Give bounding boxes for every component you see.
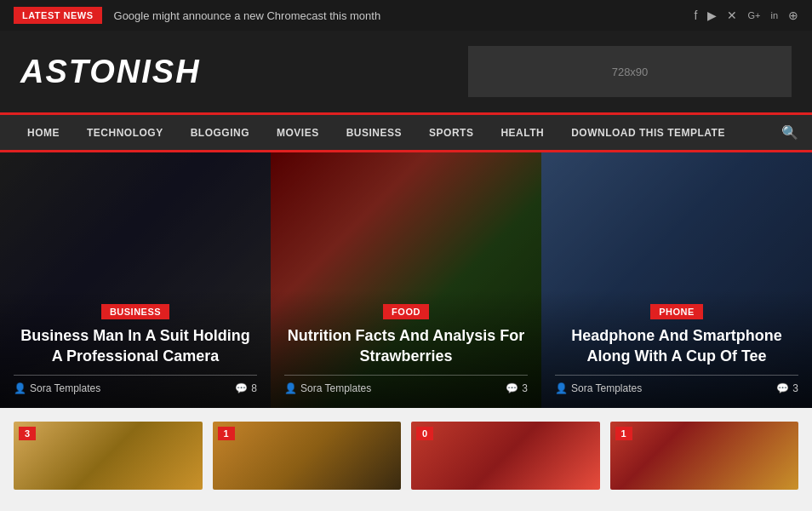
- user-icon-1: 👤: [14, 382, 26, 394]
- header-ad-banner: 728x90: [468, 46, 792, 97]
- hero-card-2-overlay: FOOD Nutrition Facts And Analysis For St…: [271, 290, 541, 408]
- hero-card-2-meta: 👤 Sora Templates 💬 3: [284, 382, 528, 394]
- nav-blogging[interactable]: BLOGGING: [177, 114, 263, 152]
- nav-health[interactable]: HEALTH: [487, 114, 558, 152]
- hero-card-3-comments: 💬 3: [776, 382, 798, 394]
- nav-movies[interactable]: MOVIES: [263, 114, 333, 152]
- hero-card-3-meta: 👤 Sora Templates 💬 3: [555, 382, 798, 394]
- comment-icon-3: 💬: [776, 382, 789, 394]
- hero-card-3[interactable]: PHONE Headphone And Smartphone Along Wit…: [541, 152, 812, 408]
- news-bar: LATEST NEWS Google might announce a new …: [0, 0, 812, 31]
- hero-section: BUSINESS Business Man In A Suit Holding …: [0, 152, 812, 408]
- thumb-card-3-badge: 0: [416, 427, 433, 440]
- hero-card-1-meta: 👤 Sora Templates 💬 8: [14, 382, 257, 394]
- site-logo: ASTONISH: [20, 54, 468, 90]
- thumb-section: 3 1 0 1: [0, 408, 812, 503]
- thumb-card-3-bg: [411, 422, 600, 490]
- hero-card-2[interactable]: FOOD Nutrition Facts And Analysis For St…: [271, 152, 541, 408]
- hero-card-1-badge[interactable]: BUSINESS: [101, 304, 169, 319]
- site-header: ASTONISH 728x90: [0, 31, 812, 115]
- user-icon-3: 👤: [555, 382, 568, 394]
- linkedin-icon[interactable]: in: [770, 10, 778, 20]
- nav-sports[interactable]: SPORTS: [415, 114, 487, 152]
- hero-card-3-title: Headphone And Smartphone Along With A Cu…: [555, 326, 798, 366]
- hero-card-1-title: Business Man In A Suit Holding A Profess…: [14, 326, 257, 366]
- thumb-card-3[interactable]: 0: [411, 422, 600, 490]
- web-icon[interactable]: ⊕: [788, 9, 798, 22]
- main-nav: HOME TECHNOLOGY BLOGGING MOVIES BUSINESS…: [0, 115, 812, 152]
- googleplus-icon[interactable]: G+: [747, 10, 760, 20]
- nav-download[interactable]: DOWNLOAD THIS TEMPLATE: [558, 114, 739, 152]
- hero-card-2-author: 👤 Sora Templates: [284, 382, 371, 394]
- latest-news-badge: LATEST NEWS: [14, 7, 102, 24]
- thumb-card-2-badge: 1: [218, 427, 235, 440]
- facebook-icon[interactable]: f: [695, 9, 698, 22]
- comment-icon-1: 💬: [235, 382, 248, 394]
- nav-home[interactable]: HOME: [14, 114, 73, 152]
- hero-card-1-comments: 💬 8: [235, 382, 257, 394]
- thumb-card-1-bg: [14, 422, 203, 490]
- hero-card-2-title: Nutrition Facts And Analysis For Strawbe…: [284, 326, 528, 366]
- nav-business[interactable]: BUSINESS: [333, 114, 415, 152]
- hero-card-3-badge[interactable]: PHONE: [650, 304, 703, 319]
- thumb-card-1-badge: 3: [19, 427, 36, 440]
- nav-technology[interactable]: TECHNOLOGY: [73, 114, 177, 152]
- thumb-card-4-bg: [610, 422, 799, 490]
- news-text: Google might announce a new Chromecast t…: [114, 9, 695, 22]
- hero-card-2-badge[interactable]: FOOD: [383, 304, 429, 319]
- twitter-icon[interactable]: ✕: [727, 9, 737, 22]
- hero-card-1-author: 👤 Sora Templates: [14, 382, 100, 394]
- hero-card-3-overlay: PHONE Headphone And Smartphone Along Wit…: [541, 290, 812, 408]
- user-icon-2: 👤: [284, 382, 297, 394]
- youtube-icon[interactable]: ▶: [707, 9, 717, 22]
- thumb-card-4-badge: 1: [615, 427, 632, 440]
- nav-items: HOME TECHNOLOGY BLOGGING MOVIES BUSINESS…: [14, 114, 781, 152]
- thumb-card-1[interactable]: 3: [14, 422, 203, 490]
- thumb-card-2-bg: [213, 422, 402, 490]
- comment-icon-2: 💬: [506, 382, 518, 394]
- hero-card-1-overlay: BUSINESS Business Man In A Suit Holding …: [0, 290, 271, 408]
- social-icons: f ▶ ✕ G+ in ⊕: [695, 9, 798, 22]
- thumb-card-4[interactable]: 1: [610, 422, 799, 490]
- hero-card-2-comments: 💬 3: [506, 382, 528, 394]
- thumb-card-2[interactable]: 1: [213, 422, 402, 490]
- search-icon[interactable]: 🔍: [781, 124, 798, 141]
- hero-card-1[interactable]: BUSINESS Business Man In A Suit Holding …: [0, 152, 271, 408]
- hero-card-3-author: 👤 Sora Templates: [555, 382, 642, 394]
